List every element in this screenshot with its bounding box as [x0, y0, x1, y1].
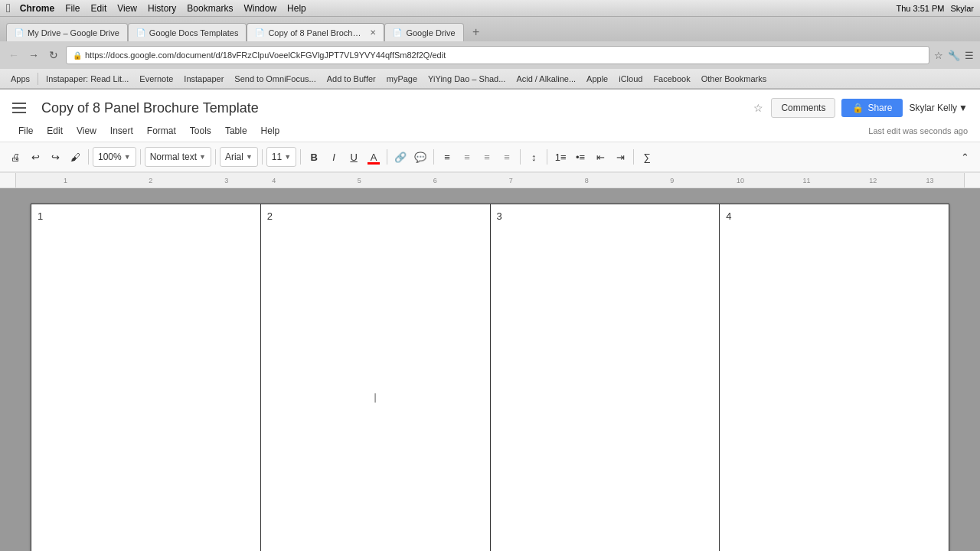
share-button[interactable]: 🔒 Share: [841, 99, 903, 117]
docs-menu-insert[interactable]: Insert: [104, 123, 139, 139]
text-color-button[interactable]: A: [364, 148, 383, 166]
document[interactable]: 1 2 | 3 4: [31, 204, 949, 551]
extensions-icon[interactable]: 🔧: [948, 50, 960, 61]
tab-my-drive[interactable]: 📄 My Drive – Google Drive: [6, 23, 128, 41]
paint-format-button[interactable]: 🖌: [66, 148, 84, 166]
bookmark-other[interactable]: Other Bookmarks: [697, 73, 772, 84]
table-cell-1[interactable]: 1: [31, 204, 261, 552]
toolbar-sep-10: [633, 149, 634, 165]
bold-button[interactable]: B: [305, 148, 323, 166]
table-cell-2[interactable]: 2 |: [260, 204, 490, 552]
bookmark-instapaper[interactable]: Instapaper: Read Lit...: [41, 73, 133, 84]
bookmark-instapaper2[interactable]: Instapaper: [179, 73, 228, 84]
refresh-button[interactable]: ↻: [46, 47, 61, 63]
user-avatar[interactable]: Skylar Kelly ▼: [909, 103, 968, 113]
app-menu-help[interactable]: Help: [287, 3, 306, 14]
justify-button[interactable]: ≡: [498, 148, 516, 166]
docs-menu-view[interactable]: View: [70, 123, 103, 139]
tab-brochure-active[interactable]: 📄 Copy of 8 Panel Brochure... ✕: [247, 23, 384, 41]
bookmark-mypage[interactable]: myPage: [382, 73, 422, 84]
ruler: 1 2 3 4 5 6 7 8 9 10 11 12 13: [0, 173, 980, 188]
tab-google-drive[interactable]: 📄 Google Drive: [384, 23, 463, 41]
forward-button[interactable]: →: [26, 47, 41, 63]
new-tab-button[interactable]: +: [467, 23, 485, 41]
bookmark-apps[interactable]: Apps: [6, 73, 34, 84]
address-bar-right: ☆ 🔧 ☰: [934, 50, 974, 61]
unordered-list-button[interactable]: •≡: [571, 148, 590, 166]
comment-button[interactable]: 💬: [411, 148, 430, 166]
table-cell-3[interactable]: 3: [490, 204, 720, 552]
docs-menu-edit[interactable]: Edit: [41, 123, 69, 139]
tab-google-docs-templates[interactable]: 📄 Google Docs Templates: [128, 23, 247, 41]
align-right-button[interactable]: ≡: [478, 148, 496, 166]
menu-time: Thu 3:51 PM: [896, 4, 944, 13]
ruler-mark-7: 7: [509, 177, 513, 184]
decrease-indent-button[interactable]: ⇤: [591, 148, 609, 166]
toolbar-collapse-button[interactable]: ⌃: [956, 148, 974, 166]
docs-menu-file[interactable]: File: [12, 123, 39, 139]
app-menu-window[interactable]: Window: [243, 3, 276, 14]
title-star-icon[interactable]: ☆: [753, 102, 763, 114]
increase-indent-button[interactable]: ⇥: [611, 148, 629, 166]
docs-menu-format[interactable]: Format: [141, 123, 182, 139]
bookmark-omnifocus[interactable]: Send to OmniFocus...: [230, 73, 320, 84]
redo-button[interactable]: ↪: [46, 148, 64, 166]
docs-menu-help[interactable]: Help: [255, 123, 286, 139]
bookmark-buffer[interactable]: Add to Buffer: [322, 73, 381, 84]
italic-button[interactable]: I: [325, 148, 343, 166]
line-spacing-button[interactable]: ↕: [524, 148, 543, 166]
bookmark-yiying[interactable]: YiYing Dao – Shad...: [423, 73, 510, 84]
bookmark-apple[interactable]: Apple: [582, 73, 612, 84]
hamburger-line-3: [12, 112, 26, 113]
toolbar-sep-3: [215, 149, 216, 165]
docs-formatting-toolbar: 🖨 ↩ ↪ 🖌 100% ▼ Normal text ▼ Arial ▼ 11: [0, 142, 980, 172]
tab-close-button[interactable]: ✕: [370, 28, 376, 37]
underline-button[interactable]: U: [345, 148, 363, 166]
app-menu-view[interactable]: View: [117, 3, 137, 14]
app-menu-chrome[interactable]: Chrome: [20, 3, 54, 14]
bookmark-star-icon[interactable]: ☆: [934, 50, 943, 61]
align-center-button[interactable]: ≡: [458, 148, 476, 166]
bookmark-buffer-label: Add to Buffer: [327, 74, 376, 83]
link-button[interactable]: 🔗: [391, 148, 410, 166]
docs-menu-tools[interactable]: Tools: [184, 123, 217, 139]
app-menu-history[interactable]: History: [148, 3, 176, 14]
toolbar-sep-6: [387, 149, 387, 165]
align-left-button[interactable]: ≡: [438, 148, 456, 166]
toolbar-sep-1: [88, 149, 89, 165]
comments-button[interactable]: Comments: [771, 98, 835, 118]
document-title[interactable]: Copy of 8 Panel Brochure Template: [41, 100, 743, 116]
table-cell-4[interactable]: 4: [720, 204, 949, 552]
ordered-list-button[interactable]: 1≡: [551, 148, 570, 166]
user-name: Skylar Kelly: [909, 103, 957, 113]
print-button[interactable]: 🖨: [6, 148, 24, 166]
chrome-menu-icon[interactable]: ☰: [965, 50, 974, 61]
toolbar-sep-7: [433, 149, 434, 165]
apple-menu[interactable]: : [6, 2, 11, 15]
docs-hamburger-menu[interactable]: [12, 97, 34, 119]
back-button[interactable]: ←: [6, 47, 21, 63]
size-caret-icon: ▼: [284, 153, 291, 161]
bookmark-facebook[interactable]: Facebook: [648, 73, 694, 84]
text-cursor[interactable]: |: [374, 392, 377, 403]
app-menu-file[interactable]: File: [65, 3, 80, 14]
document-area[interactable]: 1 2 | 3 4: [0, 188, 980, 551]
url-bar[interactable]: 🔒 https://docs.google.com/document/d/18v…: [66, 46, 929, 64]
font-dropdown[interactable]: Arial ▼: [220, 147, 258, 167]
text-style-dropdown[interactable]: Normal text ▼: [145, 147, 211, 167]
app-menu-edit[interactable]: Edit: [91, 3, 107, 14]
zoom-dropdown[interactable]: 100% ▼: [93, 147, 136, 167]
bookmark-acid[interactable]: Acid / Alkaline...: [511, 73, 580, 84]
bookmark-evernote[interactable]: Evernote: [135, 73, 178, 84]
font-size-dropdown[interactable]: 11 ▼: [266, 147, 296, 167]
formula-button[interactable]: ∑: [638, 148, 656, 166]
bookmark-mypage-label: myPage: [387, 74, 417, 83]
undo-button[interactable]: ↩: [26, 148, 44, 166]
bookmark-yiying-label: YiYing Dao – Shad...: [428, 74, 505, 83]
bookmark-icloud[interactable]: iCloud: [614, 73, 647, 84]
share-lock-icon: 🔒: [852, 103, 864, 113]
app-menu-bookmarks[interactable]: Bookmarks: [187, 3, 233, 14]
ruler-mark-6: 6: [433, 177, 437, 184]
docs-menu-table[interactable]: Table: [219, 123, 253, 139]
style-caret-icon: ▼: [199, 153, 206, 161]
